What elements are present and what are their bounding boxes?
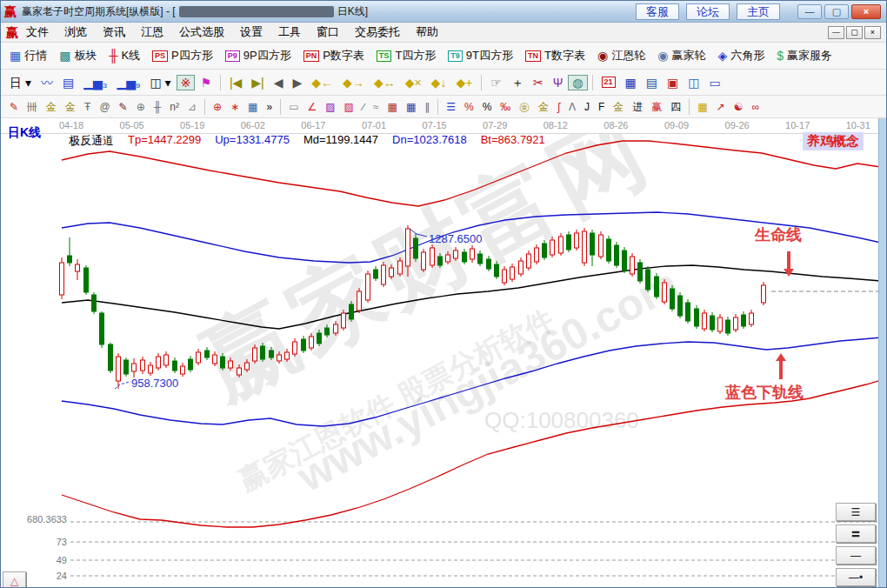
next-bar-button[interactable]: ▶	[289, 75, 307, 90]
grid-star-button[interactable]: ▦	[243, 100, 262, 114]
gold-slope-button[interactable]: 金	[609, 100, 628, 114]
expand-corner-button[interactable]: △	[3, 571, 26, 587]
percent-button[interactable]: %	[478, 100, 497, 114]
blue-grid-button[interactable]: ▦	[402, 100, 420, 114]
purple-grid-button[interactable]: ▨	[321, 100, 339, 114]
menu-settings[interactable]: 设置	[232, 23, 270, 42]
pane-two-split-button[interactable]: 〓	[836, 525, 876, 543]
stats-panel-button[interactable]: ☰	[442, 100, 460, 114]
box-select-button[interactable]: ▭	[284, 100, 303, 114]
gold-ticks-button[interactable]: 金	[42, 100, 61, 114]
mdi-close-button[interactable]: ×	[864, 26, 881, 39]
infinity-button[interactable]: ∞	[748, 100, 764, 114]
gann-wheel-button[interactable]: ◉江恩轮	[593, 46, 650, 65]
restore-button[interactable]: ▢	[824, 4, 849, 19]
zoom-all-button[interactable]: ◆+	[451, 75, 477, 90]
smart-analysis-button[interactable]: ◍	[568, 75, 587, 90]
mdi-minimize-button[interactable]: —	[828, 26, 844, 39]
gann-ticks-button[interactable]: 卌	[23, 100, 42, 114]
winner-service-button[interactable]: $赢家服务	[772, 46, 837, 65]
trend-line-button[interactable]: ∕	[358, 100, 369, 114]
candlestick-chart[interactable]: 680.3633734924	[1, 118, 881, 587]
mdi-restore-button[interactable]: ▢	[846, 26, 863, 39]
pane-three-split-button[interactable]: ☰	[836, 503, 876, 521]
period-dropdown[interactable]: 日 ▾	[5, 75, 36, 90]
menu-trading[interactable]: 交易委托	[347, 23, 408, 42]
pan-down-button[interactable]: ◆↓	[427, 75, 451, 90]
first-page-button[interactable]: |◀	[225, 75, 246, 90]
quotes-button[interactable]: ▦行情	[5, 46, 51, 65]
hexagon-button[interactable]: ◈六角形	[713, 46, 769, 65]
calendar-button[interactable]: 21	[597, 75, 620, 90]
red-grid-button[interactable]: ▦	[383, 100, 402, 114]
percent-strike-button[interactable]: %	[460, 100, 478, 114]
remote-pc-button[interactable]: ▭	[705, 75, 725, 90]
enter-slope-button[interactable]: 进	[628, 100, 647, 114]
permille-button[interactable]: ‰	[496, 100, 515, 114]
zoom-out-button[interactable]: ◆×	[401, 75, 426, 90]
f-line-button[interactable]: F	[594, 100, 609, 114]
vertical-scrollbar[interactable]	[878, 118, 886, 587]
crosshair-button[interactable]: ＋	[507, 75, 528, 90]
pan-left-button[interactable]: ◆←	[307, 75, 337, 90]
gold-ticks2-button[interactable]: 金	[61, 100, 80, 114]
fan-lines-button[interactable]: ∠	[303, 100, 321, 114]
info-list-button[interactable]: ▤	[58, 75, 78, 90]
p-number-table-button[interactable]: PNP数字表	[299, 46, 369, 65]
grid-ticks-button[interactable]: ╫	[150, 100, 166, 114]
menu-file[interactable]: 文件	[18, 23, 57, 42]
homepage-button[interactable]: 主页	[737, 3, 780, 20]
win-slope-button[interactable]: 赢	[647, 100, 666, 114]
parallel-lines-button[interactable]: ∥	[420, 100, 434, 114]
prev-bar-button[interactable]: ◀	[270, 75, 288, 90]
zoom-horizontal-button[interactable]: ◆↔	[370, 75, 400, 90]
menu-formula-picker[interactable]: 公式选股	[171, 23, 232, 42]
yinyang-button[interactable]: ☯	[730, 100, 748, 114]
nine-bars-button[interactable]: ▁▅₉	[112, 75, 144, 90]
eraser-tool-button[interactable]: ✎	[5, 100, 23, 114]
forum-button[interactable]: 论坛	[686, 3, 730, 20]
last-page-button[interactable]: ▶|	[247, 75, 268, 90]
star-lines-button[interactable]: ∗	[226, 100, 243, 114]
menu-gann[interactable]: 江恩	[133, 23, 171, 42]
web-button[interactable]: ◫	[684, 75, 704, 90]
measure-button[interactable]: ✂	[529, 75, 548, 90]
service-button[interactable]: 客服	[636, 3, 679, 20]
t9-square-button[interactable]: T99T四方形	[444, 46, 517, 65]
target-button[interactable]: ⊕	[209, 100, 226, 114]
pan-right-button[interactable]: ◆→	[338, 75, 369, 90]
menu-window[interactable]: 窗口	[309, 23, 347, 42]
chart-pane[interactable]: 赢家财富网 www.yingjia360.com 赢家江恩软件 股票分析软件 Q…	[1, 118, 886, 587]
yellow-grid-button[interactable]: ▦	[693, 100, 711, 114]
angle-tool-button[interactable]: ⊿	[183, 100, 201, 114]
t-number-table-button[interactable]: TNT数字表	[521, 46, 590, 65]
pattern-button[interactable]: ※	[177, 75, 196, 90]
sectors-button[interactable]: ▩板块	[55, 46, 101, 65]
menu-browse[interactable]: 浏览	[57, 23, 95, 42]
pan-hand-button[interactable]: ☞	[486, 75, 506, 90]
three-bars-button[interactable]: ▁▅₃	[79, 75, 111, 90]
winner-wheel-button[interactable]: ◉赢家轮	[653, 46, 710, 65]
pane-one-split-button[interactable]: —	[836, 546, 876, 565]
minimize-button[interactable]: —	[797, 4, 822, 19]
trend-chart-button[interactable]: ↗	[712, 100, 730, 114]
brush-tool-button[interactable]: ✎	[115, 100, 132, 114]
notes-button[interactable]: ▤	[642, 75, 662, 90]
spiral-button[interactable]: @	[95, 100, 114, 114]
menu-tools[interactable]: 工具	[270, 23, 309, 42]
wave-a-button[interactable]: Ʌ	[564, 100, 580, 114]
gold-circle-button[interactable]: ㊎	[515, 100, 534, 114]
close-button[interactable]: ×	[851, 4, 881, 19]
four-slope-button[interactable]: 四	[666, 100, 685, 114]
n-square-button[interactable]: n²	[165, 100, 183, 114]
f-ticks-button[interactable]: Ŧ	[80, 100, 95, 114]
save-button[interactable]: ▣	[663, 75, 683, 90]
menu-help[interactable]: 帮助	[408, 23, 446, 42]
t-square-button[interactable]: TST四方形	[372, 46, 440, 65]
calculator-button[interactable]: ▦	[621, 75, 641, 90]
cycle-circle-button[interactable]: ⊕	[132, 100, 150, 114]
concept-tag[interactable]: 养鸡概念	[803, 132, 864, 150]
flag-marker-button[interactable]: ⚑	[196, 75, 216, 90]
j-line-button[interactable]: J	[580, 100, 594, 114]
compress-view-button[interactable]: 〰	[37, 75, 57, 90]
